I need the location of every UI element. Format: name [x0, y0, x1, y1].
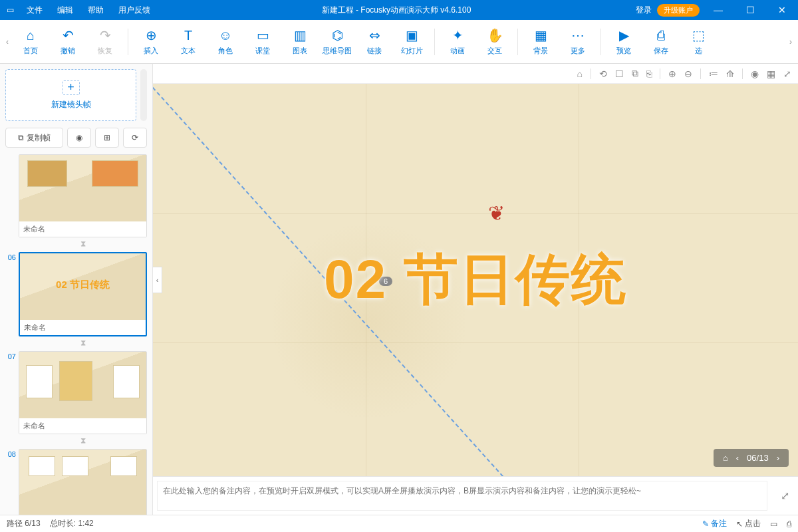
status-icon-2[interactable]: ⎙ — [787, 519, 791, 529]
canvas-tool-icon[interactable]: ◉ — [751, 68, 759, 79]
toolbar-动画[interactable]: ✦动画 — [439, 22, 476, 62]
更多-icon: ⋯ — [571, 27, 585, 43]
titlebar: ▭ 文件 编辑 帮助 用户反馈 新建工程 - Focusky动画演示大师 v4.… — [0, 0, 798, 20]
toolbar-思维导图[interactable]: ⌬思维导图 — [319, 22, 356, 62]
thumbnail-06[interactable]: 0602 节日传统未命名⧗ — [5, 252, 147, 347]
toolbar-交互[interactable]: ✋交互 — [476, 22, 513, 62]
menu-help[interactable]: 帮助 — [81, 5, 110, 16]
next-page-button[interactable]: › — [777, 453, 779, 463]
canvas-tool-icon[interactable]: ⟲ — [599, 68, 607, 79]
toolbar-图表[interactable]: ▥图表 — [281, 22, 319, 62]
notes-input[interactable] — [157, 481, 767, 511]
toolbar-幻灯片[interactable]: ▣幻灯片 — [393, 22, 430, 62]
sidebar-scrollbar[interactable] — [140, 69, 147, 121]
camera-button[interactable]: ◉ — [67, 128, 91, 148]
home-icon[interactable]: ⌂ — [723, 453, 728, 463]
status-icon-1[interactable]: ▭ — [770, 519, 777, 529]
toolbar-scroll-right[interactable]: › — [786, 37, 795, 47]
toolbar: ‹ ⌂首页↶撤销↷恢复⊕插入T文本☺角色▭课堂▥图表⌬思维导图⇔链接▣幻灯片✦动… — [0, 20, 798, 64]
notes-panel: ⤢ — [153, 476, 798, 515]
copy-icon: ⧉ — [18, 133, 24, 142]
toolbar-预览[interactable]: ▶预览 — [605, 22, 642, 62]
toolbar-首页[interactable]: ⌂首页 — [12, 22, 49, 62]
canvas-toolbar: ⌂⟲☐⧉⎘⊕⊖≔⟰◉▦⤢ — [153, 64, 798, 84]
toolbar-角色[interactable]: ☺角色 — [207, 22, 244, 62]
思维导图-icon: ⌬ — [332, 27, 343, 43]
canvas-tool-icon[interactable]: ▦ — [767, 68, 775, 79]
collapse-sidebar-button[interactable]: ‹ — [153, 267, 162, 293]
plus-icon: + — [63, 80, 80, 95]
toolbar-scroll-left[interactable]: ‹ — [3, 37, 12, 47]
canvas-tool-icon[interactable]: ⎘ — [646, 68, 652, 79]
copy-frame-label: 复制帧 — [27, 132, 51, 144]
canvas[interactable]: ❦ 6 02 节日传统 ‹ ⌂ ‹ 06/13 › — [153, 84, 798, 476]
remark-button[interactable]: ✎备注 — [702, 518, 727, 529]
保存-icon: ⎙ — [657, 27, 665, 43]
canvas-tool-icon[interactable]: ☐ — [615, 68, 624, 79]
maximize-button[interactable]: ☐ — [737, 5, 763, 15]
链接-icon: ⇔ — [369, 27, 380, 43]
sidebar: + 新建镜头帧 ⧉ 复制帧 ◉ ⊞ ⟳ 未命名⧗0602 节日传统未命名⧗07未… — [0, 64, 153, 515]
duration-status: 总时长: 1:42 — [50, 518, 94, 529]
menu-bar: 文件 编辑 帮助 用户反馈 — [20, 5, 157, 16]
upgrade-button[interactable]: 升级账户 — [657, 4, 700, 17]
slide-title[interactable]: 02 节日传统 — [324, 243, 627, 317]
图表-icon: ▥ — [294, 27, 307, 43]
copy-frame-button[interactable]: ⧉ 复制帧 — [5, 128, 63, 148]
login-link[interactable]: 登录 — [636, 5, 652, 16]
toolbar-选[interactable]: ⬚选 — [680, 22, 717, 62]
toolbar-背景[interactable]: ▦背景 — [522, 22, 559, 62]
首页-icon: ⌂ — [27, 27, 35, 43]
toolbar-撤销[interactable]: ↶撤销 — [49, 22, 86, 62]
transition-icon[interactable]: ⧗ — [19, 239, 147, 248]
动画-icon: ✦ — [452, 27, 464, 43]
close-button[interactable]: ✕ — [769, 5, 795, 15]
thumbnail-07[interactable]: 07未命名⧗ — [5, 351, 147, 445]
canvas-tool-icon[interactable]: ⤢ — [783, 68, 791, 79]
page-indicator: ⌂ ‹ 06/13 › — [714, 449, 789, 467]
toolbar-课堂[interactable]: ▭课堂 — [244, 22, 281, 62]
toolbar-更多[interactable]: ⋯更多 — [559, 22, 597, 62]
menu-feedback[interactable]: 用户反馈 — [112, 5, 157, 16]
toolbar-插入[interactable]: ⊕插入 — [132, 22, 170, 62]
new-frame-button[interactable]: + 新建镜头帧 — [5, 69, 136, 121]
课堂-icon: ▭ — [257, 27, 269, 43]
canvas-tool-icon[interactable]: ≔ — [709, 68, 718, 79]
prev-page-button[interactable]: ‹ — [736, 453, 739, 463]
transition-icon[interactable]: ⧗ — [19, 338, 147, 347]
canvas-tool-icon[interactable]: ⊕ — [668, 68, 676, 79]
幻灯片-icon: ▣ — [406, 27, 418, 43]
refresh-button[interactable]: ⟳ — [123, 128, 147, 148]
path-status: 路径 6/13 — [7, 518, 41, 529]
交互-icon: ✋ — [487, 27, 503, 43]
menu-file[interactable]: 文件 — [20, 5, 49, 16]
refresh-icon: ⟳ — [132, 133, 138, 142]
预览-icon: ▶ — [619, 27, 629, 43]
transition-icon[interactable]: ⧗ — [19, 436, 147, 445]
canvas-tool-icon[interactable]: ⟰ — [726, 68, 734, 79]
canvas-tool-icon[interactable]: ⌂ — [577, 68, 583, 79]
撤销-icon: ↶ — [63, 27, 74, 43]
文本-icon: T — [184, 27, 192, 43]
thumbnail-08[interactable]: 08未命名 — [5, 449, 147, 515]
minimize-button[interactable]: — — [705, 5, 732, 15]
cursor-icon: ↖ — [736, 519, 743, 529]
canvas-tool-icon[interactable]: ⧉ — [632, 68, 638, 79]
app-icon: ▭ — [0, 5, 20, 15]
toolbar-文本[interactable]: T文本 — [170, 22, 207, 62]
toolbar-恢复[interactable]: ↷恢复 — [86, 22, 124, 62]
toolbar-链接[interactable]: ⇔链接 — [356, 22, 393, 62]
menu-edit[interactable]: 编辑 — [51, 5, 80, 16]
expand-notes-button[interactable]: ⤢ — [771, 477, 798, 515]
恢复-icon: ↷ — [100, 27, 111, 43]
qrcode-button[interactable]: ⊞ — [95, 128, 119, 148]
canvas-tool-icon[interactable]: ⊖ — [684, 68, 692, 79]
camera-icon: ◉ — [76, 133, 82, 142]
click-button[interactable]: ↖点击 — [736, 518, 761, 529]
status-bar: 路径 6/13 总时长: 1:42 ✎备注 ↖点击 ▭ ⎙ — [0, 515, 798, 532]
toolbar-保存[interactable]: ⎙保存 — [642, 22, 680, 62]
page-counter: 06/13 — [747, 453, 769, 463]
选-icon: ⬚ — [692, 27, 705, 43]
window-title: 新建工程 - Focusky动画演示大师 v4.6.100 — [157, 5, 636, 16]
thumbnail-0[interactable]: 未命名⧗ — [5, 154, 147, 248]
